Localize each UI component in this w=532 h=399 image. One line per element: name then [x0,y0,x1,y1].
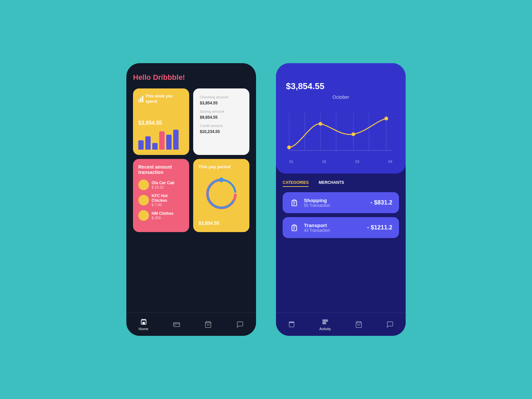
tx-name: HM Clothes [152,211,174,216]
recent-title: Recent amount transaction [138,164,184,175]
category-shopping[interactable]: Shopping 55 Transaction - $831.2 [283,192,399,213]
nav-activity[interactable]: Activity [319,318,331,331]
phone-1: Hello Dribbble! This week you spend $3,8… [126,63,256,336]
chart-point [351,132,355,136]
phone1-content: Hello Dribbble! This week you spend $3,8… [126,63,256,313]
pay-amount: $3,854.55 [199,218,244,227]
chat-icon [386,321,394,328]
nav-chat[interactable] [236,321,244,328]
tx-info: HM Clothes $ 200 [152,211,174,220]
cart-icon [355,321,362,328]
svg-rect-27 [289,322,294,322]
tx-info: KFC Hot Chicken $ 7.00 [152,194,184,207]
x-labels: 01 02 03 04 [286,158,396,164]
svg-point-4 [207,180,235,208]
svg-rect-2 [142,96,143,102]
tab-merchants[interactable]: MERCHANTS [319,180,344,187]
tx-avatar [138,195,149,205]
activity-icon [322,318,329,326]
svg-rect-0 [138,99,140,102]
shopping-icon [289,198,299,208]
category-info: Transport 43 Transaction [304,222,362,233]
cat-name: Shopping [304,198,366,203]
line-chart [286,105,396,158]
cards-grid: This week you spend $3,854.55 [133,88,249,232]
tx-avatar [138,210,149,221]
category-info: Shopping 55 Transaction [304,198,366,208]
week-label: This week you spend [138,94,184,104]
transaction-item: KFC Hot Chicken $ 7.00 [138,194,184,207]
svg-rect-8 [142,322,145,324]
tab-row: CATEGORIES MERCHANTS [283,180,399,187]
accounts-card: Checking amount $3,854.55 Saving amount … [193,88,249,155]
nav-home-2[interactable] [288,321,295,328]
svg-rect-24 [293,225,295,226]
spend-card: This week you spend $3,854.55 [133,88,189,155]
bar [138,140,144,150]
transaction-item: Ola Car Cab $ 10.22 [138,180,184,190]
nav-cart[interactable] [204,321,212,328]
home-icon [140,318,147,326]
transport-icon [289,223,299,233]
x-label: 02 [322,160,326,164]
chat-icon [236,321,244,328]
bar [166,135,172,150]
recent-transactions-card: Recent amount transaction Ola Car Cab $ … [133,159,189,232]
svg-point-5 [219,178,224,182]
cat-transactions: 43 Transaction [304,228,362,233]
bar [159,131,165,150]
hello-title: Hello Dribbble! [133,73,249,82]
checking-amount: $3,854.55 [200,99,243,106]
bar [173,130,179,150]
svg-rect-21 [293,200,295,201]
x-label: 04 [388,160,392,164]
tx-amount: $ 7.00 [152,203,184,207]
phone2-top: $3,854.55 October [276,63,406,174]
tx-name: KFC Hot Chicken [152,194,184,203]
x-label: 03 [355,160,359,164]
tx-name: Ola Car Cab [152,181,175,185]
cat-name: Transport [304,222,362,228]
nav-chat-2[interactable] [386,321,394,328]
tx-amount: $ 200 [152,216,174,220]
cat-amount: - $1211.2 [367,224,392,231]
phone-2: $3,854.55 October [276,63,406,336]
nav-home[interactable]: Home [139,318,148,331]
category-transport[interactable]: Transport 43 Transaction - $1211.2 [283,217,399,238]
credit-amount: $10,234.55 [200,128,243,135]
tx-amount: $ 10.22 [152,185,175,189]
transaction-item: HM Clothes $ 200 [138,210,184,221]
chart-svg [286,105,396,158]
big-amount: $3,854.55 [286,76,396,92]
card-icon [173,321,180,328]
spend-amount: $3,854.55 [138,117,184,127]
bar [152,143,158,150]
nav-cart-2[interactable] [355,321,362,328]
svg-rect-28 [289,323,294,327]
cat-transactions: 55 Transaction [304,203,366,208]
donut-chart [199,169,244,218]
bottom-nav-1: Home [126,313,256,336]
chart-point [384,117,388,120]
bar-chart [138,130,184,150]
nav-activity-label: Activity [319,327,331,331]
period-label: This pay period [199,164,244,169]
cart-icon [204,321,212,328]
nav-home-label: Home [139,327,148,331]
tab-categories[interactable]: CATEGORIES [283,180,309,187]
saving-row: Saving amount $9,654.55 [200,109,243,120]
svg-rect-9 [174,323,180,327]
month-label: October [286,94,396,100]
tx-info: Ola Car Cab $ 10.22 [152,181,175,189]
phone2-bottom: CATEGORIES MERCHANTS Shopping 55 Transac… [276,174,406,313]
svg-rect-6 [141,319,146,320]
checking-row: Checking amount $3,854.55 [200,95,243,106]
x-label: 01 [289,160,293,164]
pay-period-card: This pay period $3,854.55 [193,159,249,232]
saving-amount: $9,654.55 [200,113,243,120]
chart-point [319,122,322,126]
svg-rect-1 [140,97,142,102]
nav-card[interactable] [173,321,180,328]
phones-container: Hello Dribbble! This week you spend $3,8… [126,63,406,336]
credit-row: Credit amount $10,234.55 [200,124,243,135]
